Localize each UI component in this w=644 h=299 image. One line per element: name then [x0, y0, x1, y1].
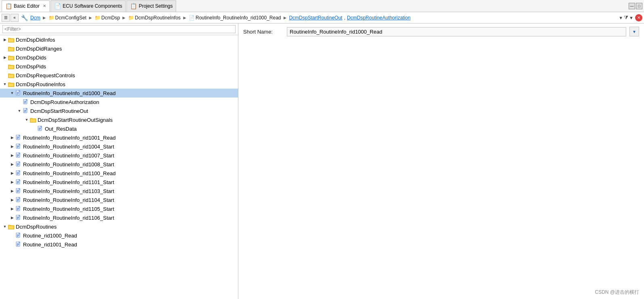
svg-rect-25 [24, 101, 26, 102]
tab-close-basic-editor[interactable]: ✕ [43, 4, 46, 8]
item-icon [15, 214, 22, 221]
tree-item[interactable]: RoutineInfo_RoutineInfo_rid1105_Start [0, 204, 238, 213]
filter-button[interactable]: ▼ ⧩ ▼ [619, 15, 633, 21]
breadcrumb-dcmdspstartroutineout[interactable]: DcmDspStartRoutineOut [289, 15, 342, 21]
item-icon [15, 143, 22, 150]
svg-rect-22 [17, 94, 18, 94]
tree-item[interactable]: RoutineInfo_RoutineInfo_rid1007_Start [0, 151, 238, 160]
minimize-button[interactable]: — [629, 3, 635, 9]
filter-funnel-icon: ⧩ [624, 15, 628, 21]
tree-item[interactable]: DcmDspDids [0, 53, 238, 62]
item-icon [15, 188, 22, 194]
short-name-input[interactable] [287, 27, 626, 36]
breadcrumb-dcmconfigset[interactable]: DcmConfigSet [55, 15, 86, 21]
item-icon [15, 90, 22, 96]
tab-project-settings[interactable]: 📋 Project Settings [126, 0, 176, 12]
item-icon [15, 232, 22, 239]
tab-icon-ecu: 📄 [54, 3, 61, 9]
tree-item[interactable]: RoutineInfo_RoutineInfo_rid1101_Start [0, 178, 238, 187]
tree-item[interactable]: DcmDspPids [0, 62, 238, 71]
tree-item[interactable]: RoutineInfo_RoutineInfo_rid1000_Read [0, 89, 238, 98]
tree-item[interactable]: DcmDspDidRanges [0, 44, 238, 53]
tree-item[interactable]: Out_ResData [0, 124, 238, 133]
tree-item[interactable]: DcmDspRequestControls [0, 71, 238, 80]
svg-rect-70 [17, 183, 18, 183]
tab-basic-editor[interactable]: 📋 Basic Editor ✕ [2, 0, 50, 12]
svg-rect-79 [17, 200, 19, 200]
tree-item-label: RoutineInfo_RoutineInfo_rid1001_Read [23, 135, 116, 141]
tree-item[interactable]: RoutineInfo_RoutineInfo_rid1100_Read [0, 169, 238, 178]
svg-rect-74 [17, 191, 19, 191]
tree-item[interactable]: DcmDspStartRoutineOut [0, 106, 238, 115]
tree-item[interactable]: RoutineInfo_RoutineInfo_rid1104_Start [0, 195, 238, 204]
maximize-button[interactable]: □ [636, 3, 642, 9]
folder-icon [8, 81, 15, 87]
tree-item-label: DcmDspPids [16, 64, 46, 70]
tree-toggle-icon[interactable] [9, 206, 15, 212]
tree-toggle-icon[interactable] [9, 170, 15, 176]
breadcrumb-nav-button[interactable]: ☰ [2, 14, 10, 22]
breadcrumb-dcmdsproutineinfos[interactable]: DcmDspRoutineInfos [135, 15, 181, 21]
tree-toggle-icon[interactable] [9, 152, 15, 159]
left-panel: DcmDspDidInfos DcmDspDidRanges DcmDspDid… [0, 23, 238, 299]
tree-container[interactable]: DcmDspDidInfos DcmDspDidRanges DcmDspDid… [0, 35, 238, 299]
svg-rect-26 [24, 102, 26, 102]
tree-item-label: RoutineInfo_RoutineInfo_rid1101_Start [23, 179, 114, 185]
tree-toggle-icon[interactable] [9, 179, 15, 185]
tree-toggle-icon[interactable] [9, 188, 15, 194]
tree-toggle-icon[interactable] [2, 223, 8, 230]
tree-item[interactable]: RoutineInfo_RoutineInfo_rid1103_Start [0, 187, 238, 195]
tree-toggle-icon[interactable] [2, 81, 8, 87]
tree-toggle-icon[interactable] [9, 214, 15, 221]
tree-item[interactable]: Routine_rid1001_Read [0, 240, 238, 249]
svg-rect-68 [17, 181, 19, 182]
tree-item[interactable]: DcmDspDidInfos [0, 35, 238, 44]
tree-item[interactable]: DcmDspRoutines [0, 222, 238, 231]
tree-toggle-icon[interactable] [16, 108, 23, 114]
breadcrumb-back-button[interactable]: « [11, 14, 19, 22]
svg-rect-64 [17, 173, 19, 174]
svg-rect-53 [17, 155, 19, 155]
breadcrumb-dcmdsproutineauthorization[interactable]: DcmDspRoutineAuthorization [347, 15, 410, 21]
tree-toggle-icon[interactable] [9, 161, 15, 168]
tree-item-label: DcmDspRoutineAuthorization [30, 99, 99, 105]
tree-item[interactable]: RoutineInfo_RoutineInfo_rid1001_Read [0, 133, 238, 142]
svg-rect-54 [17, 155, 19, 156]
svg-rect-97 [17, 235, 19, 236]
tree-toggle-icon[interactable] [23, 117, 30, 123]
tree-toggle-icon[interactable] [9, 134, 15, 141]
tree-toggle-icon[interactable] [9, 90, 15, 96]
tree-item-label: DcmDspDidInfos [16, 37, 55, 43]
breadcrumb-dcmdsp[interactable]: DcmDsp [101, 15, 120, 21]
tree-item[interactable]: DcmDspRoutineInfos [0, 80, 238, 89]
tree-item[interactable]: DcmDspRoutineAuthorization [0, 98, 238, 106]
item-icon [15, 170, 22, 176]
item-icon [15, 241, 22, 248]
svg-rect-78 [17, 199, 19, 199]
close-button[interactable]: ✕ [635, 14, 642, 21]
filter-input[interactable] [2, 25, 236, 33]
tree-toggle-icon[interactable] [2, 54, 8, 61]
item-icon [15, 161, 22, 168]
tree-toggle-icon[interactable] [2, 36, 8, 43]
tree-item[interactable]: RoutineInfo_RoutineInfo_rid1008_Start [0, 160, 238, 169]
tree-toggle-icon[interactable] [9, 197, 15, 203]
item-icon [23, 99, 29, 105]
tree-item[interactable]: RoutineInfo_RoutineInfo_rid1004_Start [0, 142, 238, 151]
svg-rect-69 [17, 182, 19, 182]
tab-bar: 📋 Basic Editor ✕ 📄 ECU Software Componen… [0, 0, 644, 12]
breadcrumb-folder-icon-1: 📁 [48, 15, 55, 21]
breadcrumb-dcm[interactable]: Dcm [30, 15, 40, 21]
short-name-dropdown-button[interactable]: ▼ [629, 27, 639, 36]
tree-toggle-icon[interactable] [9, 143, 15, 150]
tree-item[interactable]: Routine_rid1000_Read [0, 231, 238, 240]
svg-rect-38 [39, 128, 41, 128]
tree-item[interactable]: RoutineInfo_RoutineInfo_rid1106_Start [0, 213, 238, 222]
tab-icon-basic-editor: 📋 [5, 3, 12, 9]
svg-rect-49 [17, 146, 19, 147]
short-name-label: Short Name: [243, 29, 284, 35]
svg-rect-98 [17, 236, 18, 237]
filter-icon: ▼ [619, 15, 623, 20]
tab-ecu-software[interactable]: 📄 ECU Software Components [51, 0, 126, 12]
tree-item[interactable]: DcmDspStartRoutineOutSignals [0, 115, 238, 124]
